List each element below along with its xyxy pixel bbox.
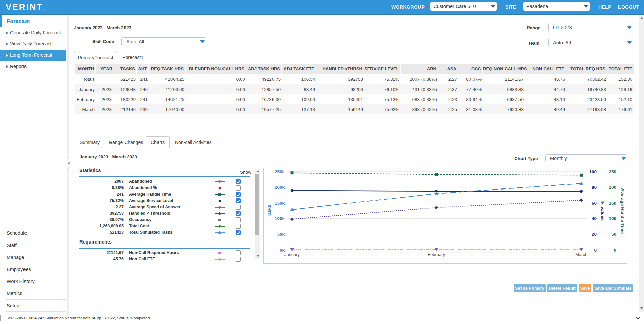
svg-text:60: 60 [592, 201, 597, 206]
svg-text:March: March [575, 252, 587, 257]
svg-text:Average Handle Time: Average Handle Time [620, 188, 625, 234]
svg-text:100: 100 [609, 216, 616, 221]
svg-text:40: 40 [592, 216, 597, 221]
svg-text:100k: 100k [275, 216, 285, 221]
svg-text:200: 200 [609, 185, 616, 190]
svg-text:250k: 250k [275, 169, 285, 174]
svg-text:February: February [428, 252, 445, 257]
svg-text:150k: 150k [275, 201, 285, 206]
svg-text:Tasks: Tasks [267, 205, 272, 217]
svg-text:0: 0 [594, 248, 597, 253]
svg-text:20: 20 [592, 232, 597, 237]
svg-text:January: January [284, 252, 300, 257]
svg-text:150: 150 [609, 201, 616, 206]
svg-text:0: 0 [614, 248, 616, 253]
svg-text:250: 250 [609, 169, 616, 174]
svg-text:50k: 50k [277, 232, 285, 237]
svg-text:50: 50 [611, 232, 616, 237]
svg-text:80: 80 [592, 185, 597, 190]
svg-text:100: 100 [589, 169, 597, 174]
svg-text:% values: % values [600, 201, 605, 221]
svg-text:200k: 200k [275, 185, 285, 190]
